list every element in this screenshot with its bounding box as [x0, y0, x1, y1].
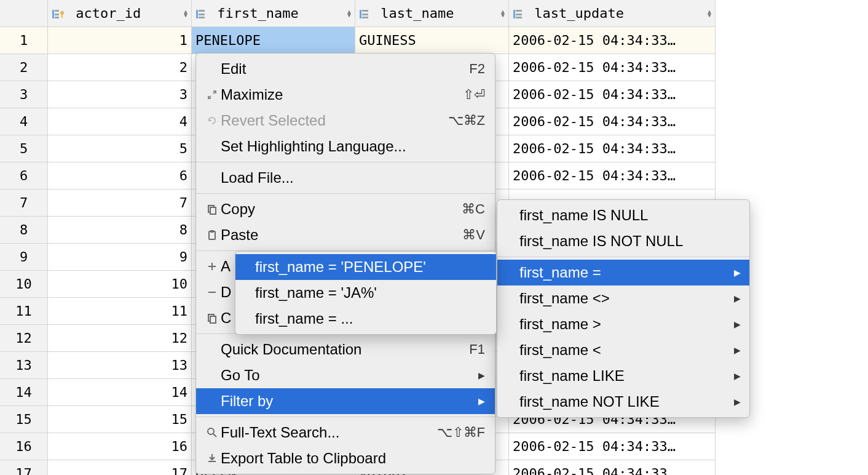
- row-number[interactable]: 13: [0, 352, 48, 379]
- menu-copy[interactable]: Copy ⌘C: [196, 196, 495, 222]
- menu-label: Edit: [221, 60, 454, 78]
- menu-filter-by[interactable]: Filter by ▶: [196, 388, 495, 414]
- row-number[interactable]: 17: [0, 460, 48, 475]
- cell-actor-id[interactable]: 17: [48, 460, 192, 475]
- svg-rect-13: [362, 17, 368, 18]
- row-number[interactable]: 8: [0, 217, 48, 244]
- cell-last-update[interactable]: 2006-02-15 04:34:33: [509, 81, 716, 108]
- column-header-actor-id[interactable]: actor_id ▲▼: [48, 0, 192, 27]
- row-number[interactable]: 12: [0, 325, 48, 352]
- row-number[interactable]: 14: [0, 379, 48, 406]
- row-number[interactable]: 16: [0, 433, 48, 460]
- table-corner: [0, 0, 48, 27]
- row-number[interactable]: 3: [0, 81, 48, 108]
- svg-rect-9: [199, 17, 205, 18]
- row-number[interactable]: 9: [0, 244, 48, 271]
- cell-actor-id[interactable]: 13: [48, 352, 192, 379]
- svg-rect-11: [362, 10, 368, 12]
- svg-rect-8: [199, 14, 205, 15]
- filter-not-like[interactable]: first_name NOT LIKE ▶: [497, 389, 749, 415]
- row-number[interactable]: 2: [0, 54, 48, 81]
- cell-actor-id[interactable]: 15: [48, 406, 192, 433]
- menu-label: Filter by: [221, 393, 464, 410]
- filter-not-equals[interactable]: first_name <> ▶: [497, 285, 749, 311]
- cell-last-update[interactable]: 2006-02-15 04:34:33: [509, 108, 716, 135]
- svg-rect-21: [210, 230, 214, 233]
- cell-actor-id[interactable]: 16: [48, 433, 192, 460]
- menu-load-file[interactable]: Load File...: [196, 165, 495, 191]
- row-number[interactable]: 1: [0, 27, 48, 54]
- cell-actor-id[interactable]: 9: [48, 244, 192, 271]
- row-number[interactable]: 4: [0, 108, 48, 135]
- menu-maximize[interactable]: Maximize ⇧⏎: [196, 82, 495, 108]
- cell-actor-id[interactable]: 10: [48, 271, 192, 298]
- cell-last-update[interactable]: 2006-02-15 04:34:33: [509, 460, 716, 475]
- cell-actor-id[interactable]: 1: [48, 27, 192, 54]
- cell-last-update[interactable]: 2006-02-15 04:34:33: [509, 27, 716, 54]
- menu-label: first_name IS NOT NULL: [519, 233, 740, 250]
- sort-icon[interactable]: ▲▼: [184, 10, 187, 17]
- column-header-first-name[interactable]: first_name ▲▼: [192, 0, 355, 27]
- cell-last-update[interactable]: 2006-02-15 04:34:33: [509, 433, 716, 460]
- cell-actor-id[interactable]: 3: [48, 81, 192, 108]
- menu-label: first_name <: [519, 341, 719, 359]
- row-number[interactable]: 15: [0, 406, 48, 433]
- svg-rect-5: [61, 14, 63, 18]
- menu-full-text-search[interactable]: Full-Text Search... ⌥⇧⌘F: [196, 420, 495, 445]
- svg-rect-16: [516, 14, 522, 15]
- submenu-arrow-icon: ▶: [478, 370, 485, 380]
- row-number[interactable]: 7: [0, 190, 48, 217]
- filter-equals-ja-percent[interactable]: first_name = 'JA%': [235, 280, 496, 306]
- row-number[interactable]: 10: [0, 271, 48, 298]
- filter-like[interactable]: first_name LIKE ▶: [497, 363, 749, 389]
- sort-icon[interactable]: ▲▼: [708, 10, 711, 17]
- row-number[interactable]: 11: [0, 298, 48, 325]
- cell-first-name-selected[interactable]: PENELOPE: [192, 27, 355, 54]
- menu-paste[interactable]: Paste ⌘V: [196, 222, 495, 248]
- row-number[interactable]: 5: [0, 135, 48, 162]
- row-number[interactable]: 6: [0, 162, 48, 190]
- filter-equals[interactable]: first_name = ▶: [497, 260, 749, 285]
- filter-is-null[interactable]: first_name IS NULL: [497, 202, 749, 228]
- cell-actor-id[interactable]: 5: [48, 135, 192, 162]
- sort-icon[interactable]: ▲▼: [501, 10, 505, 17]
- menu-go-to[interactable]: Go To ▶: [196, 362, 495, 388]
- menu-set-highlighting-language[interactable]: Set Highlighting Language...: [196, 134, 495, 159]
- cell-actor-id[interactable]: 11: [48, 298, 192, 325]
- column-header-last-update[interactable]: last_update ▲▼: [509, 0, 716, 27]
- filter-is-not-null[interactable]: first_name IS NOT NULL: [497, 228, 749, 254]
- paste-icon: [203, 230, 221, 241]
- menu-export-clipboard[interactable]: Export Table to Clipboard: [196, 445, 495, 471]
- submenu-arrow-icon: ▶: [734, 268, 741, 277]
- maximize-icon: [203, 89, 221, 100]
- filter-equals-ellipsis[interactable]: first_name = ...: [235, 306, 496, 332]
- cell-last-name[interactable]: GUINESS: [355, 27, 509, 54]
- filter-greater-than[interactable]: first_name > ▶: [497, 311, 749, 337]
- menu-label: first_name <>: [519, 290, 719, 307]
- menu-quick-documentation[interactable]: Quick Documentation F1: [196, 337, 495, 362]
- sort-icon[interactable]: ▲▼: [347, 10, 351, 17]
- shortcut: ⌘C: [462, 201, 485, 217]
- menu-separator: [196, 193, 495, 194]
- shortcut: ⌥⌘Z: [448, 113, 485, 129]
- cell-last-update[interactable]: 2006-02-15 04:34:33: [509, 54, 716, 81]
- filter-less-than[interactable]: first_name < ▶: [497, 337, 749, 363]
- cell-actor-id[interactable]: 4: [48, 108, 192, 135]
- cell-actor-id[interactable]: 8: [48, 217, 192, 244]
- cell-last-update[interactable]: 2006-02-15 04:34:33: [509, 162, 716, 190]
- menu-edit[interactable]: Edit F2: [196, 56, 495, 82]
- column-header-last-name[interactable]: last_name ▲▼: [355, 0, 509, 27]
- cell-actor-id[interactable]: 12: [48, 325, 192, 352]
- pk-column-icon: [52, 9, 65, 20]
- svg-rect-12: [362, 14, 368, 15]
- filter-equals-penelope[interactable]: first_name = 'PENELOPE': [235, 254, 496, 280]
- svg-rect-19: [210, 207, 216, 214]
- cell-last-update[interactable]: 2006-02-15 04:34:33: [509, 135, 716, 162]
- cell-actor-id[interactable]: 2: [48, 54, 192, 81]
- cell-actor-id[interactable]: 6: [48, 162, 192, 190]
- menu-label: Set Highlighting Language...: [221, 138, 485, 155]
- cell-actor-id[interactable]: 7: [48, 190, 192, 217]
- cell-actor-id[interactable]: 14: [48, 379, 192, 406]
- menu-label: Revert Selected: [221, 112, 433, 129]
- svg-rect-6: [196, 10, 198, 18]
